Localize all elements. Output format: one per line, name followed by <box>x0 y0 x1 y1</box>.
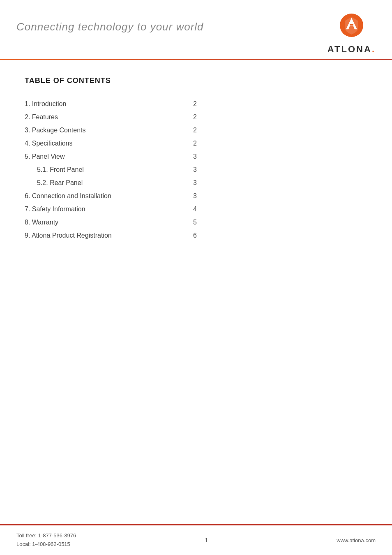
local-label: Local: <box>16 541 32 547</box>
toc-item-label: 8. Warranty <box>25 219 185 226</box>
toll-free-number: 1-877-536-3976 <box>38 532 76 539</box>
toc-item-page: 2 <box>185 100 197 108</box>
toc-row: 3. Package Contents2 <box>25 124 197 137</box>
toc-table: 1. Introduction22. Features23. Package C… <box>25 97 197 242</box>
toc-item-page: 3 <box>185 166 197 173</box>
toc-item-page: 6 <box>185 232 197 239</box>
toc-item-label: 4. Specifications <box>25 140 185 147</box>
footer: Toll free: 1-877-536-3976 Local: 1-408-9… <box>0 524 392 555</box>
toc-item-page: 3 <box>185 192 197 200</box>
logo-text: ATLONA. <box>327 44 376 55</box>
toc-item-label: 9. Atlona Product Registration <box>25 232 185 239</box>
footer-page-number: 1 <box>205 537 208 543</box>
toc-item-page: 2 <box>185 127 197 134</box>
toc-item-label: 3. Package Contents <box>25 127 185 134</box>
toc-row: 4. Specifications2 <box>25 137 197 150</box>
toc-row: 5. Panel View3 <box>25 150 197 163</box>
local-line: Local: 1-408-962-0515 <box>16 540 76 549</box>
atlona-logo-icon <box>336 12 367 43</box>
svg-rect-1 <box>350 24 353 26</box>
main-content: TABLE OF CONTENTS 1. Introduction22. Fea… <box>0 60 392 524</box>
logo-container: ATLONA. <box>327 12 376 55</box>
page-container: Connecting technology to your world ATLO… <box>0 0 392 555</box>
toc-item-page: 2 <box>185 113 197 121</box>
toc-row: 7. Safety Information4 <box>25 203 197 216</box>
footer-contact: Toll free: 1-877-536-3976 Local: 1-408-9… <box>16 532 76 549</box>
toc-row: 1. Introduction2 <box>25 97 197 111</box>
toc-item-label: 5.2. Rear Panel <box>37 179 185 187</box>
toc-item-label: 6. Connection and Installation <box>25 192 185 200</box>
toc-item-label: 2. Features <box>25 113 185 121</box>
tagline: Connecting technology to your world <box>16 12 204 33</box>
toc-row: 6. Connection and Installation3 <box>25 190 197 203</box>
toc-item-page: 3 <box>185 179 197 187</box>
toc-item-page: 2 <box>185 140 197 147</box>
footer-website: www.atlona.com <box>337 537 376 543</box>
toc-item-label: 1. Introduction <box>25 100 185 108</box>
toc-row: 2. Features2 <box>25 111 197 124</box>
header: Connecting technology to your world ATLO… <box>0 0 392 55</box>
toc-item-page: 5 <box>185 219 197 226</box>
toc-row: 8. Warranty5 <box>25 216 197 229</box>
toc-item-label: 7. Safety Information <box>25 206 185 213</box>
toll-free-line: Toll free: 1-877-536-3976 <box>16 532 76 540</box>
toc-item-label: 5.1. Front Panel <box>37 166 185 173</box>
toc-item-label: 5. Panel View <box>25 153 185 160</box>
toc-row: 5.2. Rear Panel3 <box>25 176 197 190</box>
toc-item-page: 4 <box>185 206 197 213</box>
toc-row: 5.1. Front Panel3 <box>25 163 197 176</box>
toll-free-label: Toll free: <box>16 532 38 539</box>
local-number: 1-408-962-0515 <box>32 541 70 547</box>
toc-row: 9. Atlona Product Registration6 <box>25 229 197 242</box>
toc-title: TABLE OF CONTENTS <box>25 76 367 85</box>
toc-item-page: 3 <box>185 153 197 160</box>
